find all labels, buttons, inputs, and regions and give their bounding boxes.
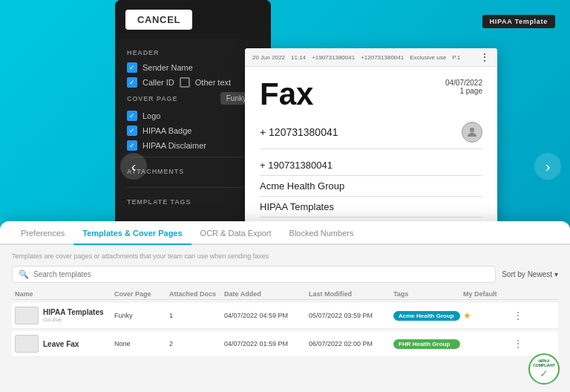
row1-name-cell: HIPAA Templates Go-live	[15, 307, 111, 324]
attachments-row: ATTACHMENTS +	[127, 157, 259, 181]
row2-name-cell: Leave Fax	[15, 335, 111, 353]
hipaa-badge-checkbox[interactable]	[127, 125, 137, 136]
panel-subtitle: Templates are cover pages or attachments…	[12, 252, 558, 260]
sort-button[interactable]: Sort by Newest ▾	[502, 270, 558, 278]
search-icon: 🔍	[19, 270, 29, 279]
row2-last-modified: 06/07/2022 02:00 PM	[309, 340, 390, 347]
caller-id-checkbox[interactable]	[127, 77, 137, 88]
logo-row[interactable]: Logo	[127, 111, 259, 121]
fax-divider-1	[260, 148, 482, 149]
logo-checkbox[interactable]	[127, 111, 137, 121]
table-header: Name Cover Page Attached Docs Date Added…	[12, 289, 558, 300]
logo-label: Logo	[142, 111, 160, 120]
tab-ocr[interactable]: OCR & Data Export	[191, 221, 281, 245]
hipaa-compliance-circle: HIPAA COMPLIANT ✓	[528, 353, 560, 385]
header-section-label: HEADER	[127, 49, 259, 56]
hipaa-check-icon: ✓	[540, 368, 548, 379]
search-box[interactable]: 🔍	[12, 266, 496, 283]
row2-tag: FHR Health Group	[393, 339, 460, 349]
hipaa-compliance-text: HIPAA COMPLIANT	[533, 359, 555, 368]
col-attached-docs: Attached Docs	[169, 290, 221, 298]
tab-blocked[interactable]: Blocked Numbers	[281, 221, 363, 245]
fax-meta-menu-icon[interactable]: ⋮	[479, 51, 490, 63]
row1-thumb	[15, 307, 39, 324]
other-text-checkbox[interactable]	[180, 77, 190, 88]
sort-chevron-icon: ▾	[554, 270, 558, 278]
col-last-modified: Last Modified	[309, 290, 390, 298]
col-my-default: My Default	[463, 290, 508, 298]
hipaa-compliance-badge: HIPAA COMPLIANT ✓	[528, 353, 560, 385]
cancel-button[interactable]: CANCEL	[125, 10, 192, 30]
row1-attached-docs: 1	[169, 312, 221, 319]
tabs-bar: Preferences Templates & Cover Pages OCR …	[0, 221, 570, 245]
row2-attached-docs: 2	[169, 340, 221, 347]
cover-style-value: Funky	[226, 94, 246, 102]
fax-recipient-field: Acme Health Group	[260, 176, 482, 197]
table-row[interactable]: Leave Fax None 2 04/07/2022 01:59 PM 06/…	[12, 331, 558, 357]
sender-name-checkbox[interactable]	[127, 62, 137, 73]
prev-arrow[interactable]: ‹	[120, 153, 147, 180]
row1-name: HIPAA Templates	[43, 308, 104, 316]
hipaa-badge-row[interactable]: HIPAA Badge	[127, 125, 259, 136]
row1-menu-button[interactable]: ⋮	[511, 310, 525, 321]
hipaa-template-badge: HIPAA Template	[482, 15, 555, 28]
col-date-added: Date Added	[224, 290, 306, 298]
col-name: Name	[15, 290, 111, 298]
fax-to-number: + 120731380041	[260, 126, 338, 138]
col-tags: Tags	[393, 290, 460, 298]
fax-title: Fax	[260, 79, 313, 110]
hipaa-disclaimer-row[interactable]: HIPAA Disclaimer	[127, 140, 259, 151]
sort-label: Sort by Newest	[502, 270, 552, 278]
tab-preferences[interactable]: Preferences	[12, 221, 73, 245]
fax-from-number-field: + 190731380041	[260, 155, 482, 176]
fax-to-number-row: + 120731380041	[260, 122, 482, 143]
editor-topbar: CANCEL	[115, 0, 271, 39]
fax-title-row: Fax 04/07/2022 1 page	[260, 79, 482, 110]
caller-id-row[interactable]: Caller ID Other text	[127, 77, 259, 88]
hipaa-disclaimer-checkbox[interactable]	[127, 140, 137, 151]
template-tags-section-label: TEMPLATE TAGS	[127, 198, 191, 206]
row1-star-icon[interactable]: ★	[463, 310, 508, 321]
tab-templates[interactable]: Templates & Cover Pages	[73, 221, 191, 245]
fax-date-info: 04/07/2022 1 page	[445, 79, 482, 95]
template-tags-row: TEMPLATE TAGS +	[127, 187, 259, 212]
cover-page-row: COVER PAGE Funky ▾	[127, 92, 259, 105]
col-cover-page: Cover Page	[114, 290, 166, 298]
row2-thumb	[15, 335, 39, 353]
cover-page-section-label: COVER PAGE	[127, 95, 177, 102]
fax-page: P.1	[452, 54, 460, 61]
row2-cover-page: None	[114, 340, 166, 347]
fax-time: 11:14	[291, 54, 306, 61]
table-row[interactable]: HIPAA Templates Go-live Funky 1 04/07/20…	[12, 303, 558, 329]
row1-last-modified: 05/07/2022 03:59 PM	[309, 312, 390, 319]
fax-content: Fax 04/07/2022 1 page + 120731380041 + 1…	[245, 67, 497, 229]
fax-usage: Exclusive use	[410, 54, 446, 61]
row2-date-added: 04/07/2022 01:59 PM	[224, 340, 306, 347]
fax-date: 20 Jun 2022	[252, 54, 285, 61]
fax-from: +120731380041	[361, 54, 404, 61]
panel-body: Templates are cover pages or attachments…	[0, 245, 570, 367]
fax-subject-field: HIPAA Templates	[260, 197, 482, 218]
row2-menu-button[interactable]: ⋮	[511, 338, 525, 350]
next-arrow[interactable]: ›	[534, 153, 561, 180]
svg-point-0	[470, 128, 474, 132]
hipaa-badge-label: HIPAA Badge	[142, 126, 191, 135]
fax-meta-bar: 20 Jun 2022 11:14 +190731380041 +1207313…	[245, 48, 497, 67]
search-input[interactable]	[33, 270, 489, 278]
row1-tag: Acme Health Group	[393, 311, 460, 321]
row1-date-added: 04/07/2022 04:59 PM	[224, 312, 306, 319]
caller-id-label: Caller ID	[142, 78, 174, 87]
sender-name-label: Sender Name	[142, 63, 193, 72]
hipaa-disclaimer-label: HIPAA Disclaimer	[142, 141, 206, 150]
row1-cover-page: Funky	[114, 312, 166, 319]
search-sort-row: 🔍 Sort by Newest ▾	[12, 266, 558, 283]
other-text-label: Other text	[195, 78, 231, 87]
row2-name: Leave Fax	[43, 340, 79, 348]
fax-to: +190731380041	[312, 54, 355, 61]
bottom-panel: Preferences Templates & Cover Pages OCR …	[0, 221, 570, 392]
sender-name-row[interactable]: Sender Name	[127, 62, 259, 73]
fax-avatar	[462, 122, 482, 143]
row1-sub: Go-live	[43, 316, 104, 323]
